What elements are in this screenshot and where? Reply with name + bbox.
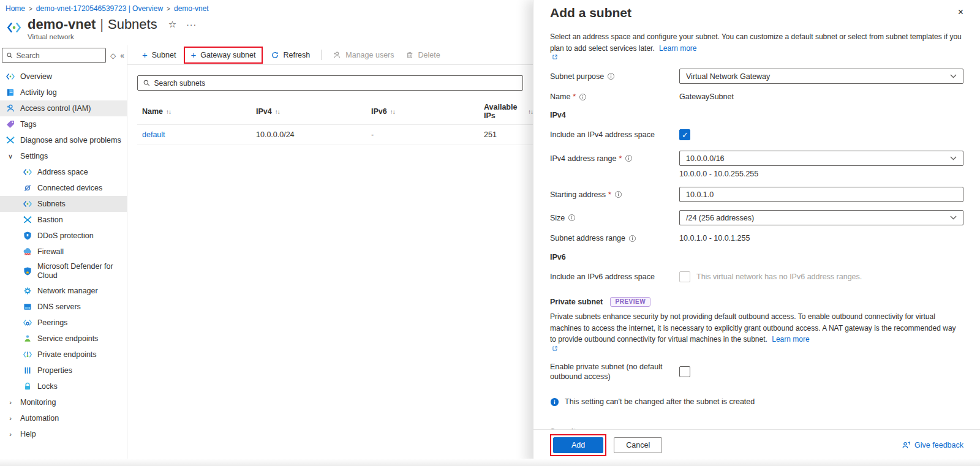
size-dropdown[interactable]: /24 (256 addresses) — [679, 210, 963, 225]
sidebar-item-diagnose[interactable]: Diagnose and solve problems — [0, 132, 127, 148]
sidebar-item-bastion[interactable]: Bastion — [0, 212, 127, 228]
sidebar-item-firewall[interactable]: Firewall — [0, 244, 127, 260]
sidebar-group-monitoring[interactable]: › Monitoring — [0, 394, 127, 410]
sidebar-item-label: Firewall — [37, 247, 64, 257]
info-icon[interactable] — [607, 72, 615, 80]
sidebar-item-label: Diagnose and solve problems — [20, 136, 121, 145]
sidebar-item-overview[interactable]: Overview — [0, 69, 127, 85]
sidebar-group-automation[interactable]: › Automation — [0, 410, 127, 426]
add-subnet-button[interactable]: + Subnet — [137, 48, 181, 62]
required-asterisk: * — [608, 190, 611, 200]
sidebar-item-activity-log[interactable]: Activity log — [0, 85, 127, 100]
manage-users-label: Manage users — [345, 51, 394, 59]
column-header-ipv6[interactable]: IPv6 ↑↓ — [371, 107, 484, 116]
title-divider: | — [100, 17, 104, 32]
breadcrumb-separator: > — [29, 6, 32, 12]
sort-icon: ↑↓ — [390, 108, 395, 115]
sidebar-item-tags[interactable]: Tags — [0, 116, 127, 132]
ipv6-section-heading: IPv6 — [550, 253, 963, 261]
subnet-ipv4-value: 10.0.0.0/24 — [256, 130, 371, 139]
sidebar-item-private-endpoints[interactable]: Private endpoints — [0, 347, 127, 363]
required-asterisk: * — [619, 154, 622, 163]
column-header-available-ips[interactable]: Available IPs ↑↓ — [484, 103, 533, 120]
column-header-name[interactable]: Name ↑↓ — [142, 107, 256, 116]
access-control-icon — [6, 103, 15, 113]
chevron-down-icon: ∨ — [6, 152, 15, 161]
add-gateway-subnet-button[interactable]: + Gateway subnet — [185, 48, 261, 62]
info-icon[interactable] — [568, 214, 576, 222]
table-header-row: Name ↑↓ IPv4 ↑↓ IPv6 ↑↓ Available IPs ↑↓ — [137, 99, 533, 125]
defender-icon — [23, 266, 32, 276]
connected-devices-icon — [23, 183, 32, 193]
sidebar-item-label: Peerings — [37, 318, 67, 328]
search-icon — [143, 79, 151, 87]
filter-diamond-icon[interactable]: ◇ — [110, 51, 116, 60]
sidebar-group-help[interactable]: › Help — [0, 426, 127, 442]
sidebar-item-defender[interactable]: Microsoft Defender for Cloud — [0, 260, 127, 283]
collapse-menu-icon[interactable]: « — [120, 51, 124, 60]
bottom-scrollbar-strip[interactable] — [0, 459, 980, 466]
starting-address-label: Starting address — [550, 190, 606, 200]
cancel-button[interactable]: Cancel — [614, 437, 662, 453]
info-icon[interactable] — [614, 190, 622, 198]
breadcrumb-vnet-overview[interactable]: demo-vnet-1720546539723 | Overview — [36, 4, 163, 13]
sidebar-search[interactable] — [2, 48, 106, 63]
sidebar-group-settings[interactable]: ∨ Settings — [0, 148, 127, 164]
sidebar-item-properties[interactable]: Properties — [0, 363, 127, 378]
sidebar-item-connected-devices[interactable]: Connected devices — [0, 180, 127, 196]
column-header-ipv4[interactable]: IPv4 ↑↓ — [256, 107, 371, 116]
sidebar-search-input[interactable] — [17, 51, 102, 60]
sidebar-item-service-endpoints[interactable]: Service endpoints — [0, 331, 127, 347]
favorite-star-icon[interactable]: ☆ — [168, 17, 176, 32]
info-icon[interactable] — [628, 235, 636, 242]
include-ipv6-label: Include an IPv6 address space — [550, 272, 655, 282]
include-ipv4-checkbox[interactable] — [679, 129, 690, 140]
search-subnets-box[interactable] — [137, 75, 523, 91]
breadcrumb-home[interactable]: Home — [6, 4, 25, 13]
sidebar-item-address-space[interactable]: Address space — [0, 164, 127, 180]
sidebar-item-locks[interactable]: Locks — [0, 378, 127, 394]
refresh-button[interactable]: Refresh — [265, 48, 316, 62]
subnet-name-link[interactable]: default — [142, 130, 256, 139]
private-endpoints-icon — [23, 350, 32, 359]
sidebar-item-ddos[interactable]: DDoS protection — [0, 228, 127, 244]
chevron-right-icon: › — [6, 430, 15, 439]
breadcrumb-demo-vnet[interactable]: demo-vnet — [174, 4, 209, 13]
trash-icon — [405, 51, 414, 59]
shield-icon — [23, 231, 32, 241]
sidebar-item-peerings[interactable]: Peerings — [0, 315, 127, 331]
info-icon[interactable] — [579, 93, 587, 101]
private-subnet-heading-row: Private subnet PREVIEW — [550, 297, 963, 307]
close-icon[interactable]: × — [958, 8, 963, 17]
sort-icon: ↑↓ — [528, 108, 533, 115]
ipv4-range-dropdown[interactable]: 10.0.0.0/16 — [679, 151, 963, 166]
size-label: Size — [550, 213, 565, 223]
sidebar-item-access-control[interactable]: Access control (IAM) — [0, 100, 127, 116]
info-note-text: This setting can't be changed after the … — [565, 397, 755, 406]
include-ipv6-checkbox — [679, 271, 690, 282]
starting-address-input[interactable] — [686, 190, 957, 199]
search-subnets-input[interactable] — [154, 79, 518, 88]
ipv4-section-heading: IPv4 — [550, 111, 963, 119]
starting-address-field[interactable] — [679, 187, 963, 202]
delete-button[interactable]: Delete — [400, 48, 446, 62]
give-feedback-link[interactable]: Give feedback — [902, 441, 963, 450]
table-row[interactable]: default 10.0.0.0/24 - 251 — [137, 125, 533, 145]
tag-icon — [6, 119, 15, 129]
private-subnet-description: Private subnets enhance security by not … — [550, 311, 963, 351]
chevron-down-icon — [950, 73, 957, 80]
sidebar-item-network-manager[interactable]: Network manager — [0, 283, 127, 299]
add-button[interactable]: Add — [553, 437, 603, 453]
info-icon[interactable] — [625, 154, 633, 162]
sidebar-item-subnets[interactable]: Subnets — [0, 196, 127, 212]
sidebar-item-dns-servers[interactable]: DNS servers — [0, 299, 127, 315]
subnet-purpose-dropdown[interactable]: Virtual Network Gateway — [679, 69, 963, 84]
enable-private-subnet-checkbox[interactable] — [679, 366, 690, 377]
subnets-list-area: + Subnet + Gateway subnet Refresh Manag — [127, 45, 533, 466]
panel-title: Add a subnet — [550, 6, 963, 20]
more-options-icon[interactable]: ··· — [186, 17, 197, 32]
plus-icon: + — [142, 51, 148, 59]
subnet-range-label: Subnet address range — [550, 233, 625, 243]
manage-users-button[interactable]: Manage users — [327, 48, 399, 62]
chevron-down-icon — [950, 214, 957, 221]
